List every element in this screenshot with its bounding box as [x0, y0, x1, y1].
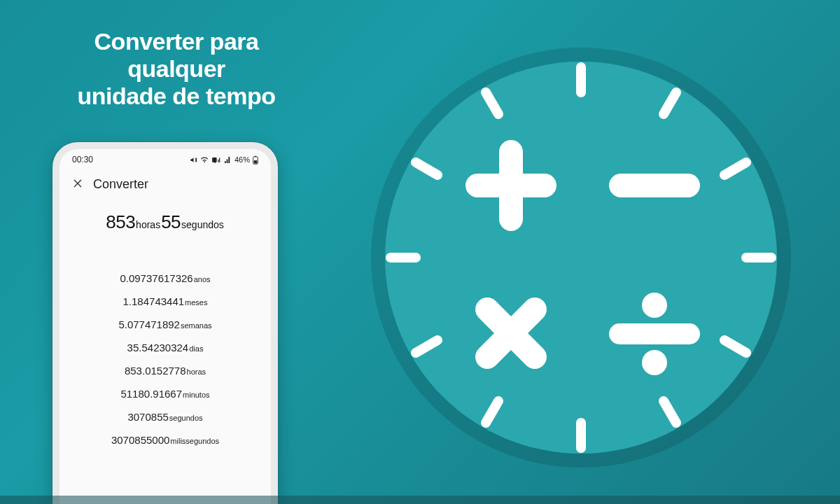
mute-icon [190, 156, 197, 164]
svg-rect-30 [609, 323, 700, 344]
svg-rect-7 [254, 160, 258, 163]
conversion-list: 0.09737617326anos 1.184743441meses 5.077… [59, 272, 271, 446]
clock-calculator-graphic [357, 34, 805, 482]
input-expression[interactable]: 853horas55segundos [59, 211, 271, 233]
volte-icon [211, 156, 221, 164]
battery-icon [253, 155, 258, 164]
input-unit-2: segundos [181, 219, 224, 230]
svg-point-31 [642, 350, 667, 375]
phone-mockup: 00:30 46% Converter 853horas55 [52, 142, 278, 504]
list-item: 0.09737617326anos [120, 272, 210, 284]
list-item: 5.077471892semanas [118, 318, 211, 330]
headline-line-1: Converter para [50, 28, 302, 55]
status-time: 00:30 [72, 155, 93, 164]
headline-line-2: qualquer [50, 55, 302, 83]
bottom-bar [0, 496, 840, 504]
list-item: 3070855segundos [127, 411, 202, 423]
page-title: Converter [93, 177, 148, 192]
list-item: 51180.91667minutos [120, 388, 209, 400]
close-icon[interactable] [72, 178, 83, 192]
svg-point-2 [219, 158, 220, 159]
list-item: 3070855000milissegundos [111, 434, 219, 446]
status-bar: 00:30 46% [59, 149, 271, 167]
list-item: 853.0152778horas [125, 365, 206, 377]
svg-rect-4 [219, 158, 220, 162]
minus-icon [609, 174, 700, 197]
list-item: 35.54230324dias [127, 342, 204, 354]
app-header: Converter [59, 167, 271, 195]
headline-line-3: unidade de tempo [50, 83, 302, 110]
svg-point-29 [642, 293, 667, 318]
svg-rect-25 [499, 140, 523, 231]
svg-rect-26 [609, 174, 700, 197]
svg-rect-3 [218, 159, 218, 162]
svg-point-11 [385, 62, 777, 454]
input-value-1: 853 [106, 211, 135, 232]
status-right: 46% [190, 155, 258, 164]
list-item: 1.184743441meses [123, 295, 208, 307]
input-value-2: 55 [161, 211, 181, 232]
wifi-icon [200, 156, 209, 164]
promo-headline: Converter para qualquer unidade de tempo [50, 28, 302, 110]
battery-percent: 46% [234, 155, 250, 164]
svg-rect-6 [255, 155, 257, 156]
signal-icon [224, 156, 232, 164]
input-unit-1: horas [136, 219, 160, 230]
